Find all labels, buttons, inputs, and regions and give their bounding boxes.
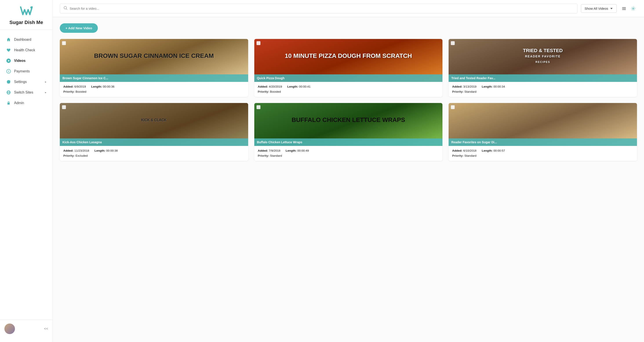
video-grid: BROWN SUGAR CINNAMON ICE CREAM Brown Sug… xyxy=(60,39,637,161)
sidebar-item-admin[interactable]: Admin xyxy=(0,98,52,108)
thumb-text-overlay: BROWN SUGAR CINNAMON ICE CREAM xyxy=(60,39,248,73)
priority: Priority: Standard xyxy=(258,154,439,157)
video-thumbnail: BUFFALO CHICKEN LETTUCE WRAPS Buffalo Ch… xyxy=(254,103,443,146)
priority: Priority: Standard xyxy=(452,90,634,93)
video-thumbnail: Kick & Clack Kick-Ass Chicken Lasagna xyxy=(60,103,248,146)
svg-line-11 xyxy=(66,9,67,10)
video-select-checkbox[interactable] xyxy=(256,41,260,45)
thumb-text-overlay: BUFFALO CHICKEN LETTUCE WRAPS xyxy=(254,103,443,137)
filter-label: Show All Videos xyxy=(585,7,608,10)
video-meta: Added: 4/20/2019 Length: 00:00:41 Priori… xyxy=(254,82,443,97)
video-title-bar: Tried and Tested Reader Fav... xyxy=(448,74,637,82)
sidebar-item-health-check-label: Health Check xyxy=(14,48,35,52)
sidebar-item-dashboard-label: Dashboard xyxy=(14,38,31,42)
video-meta: Added: 11/23/2018 Length: 00:00:38 Prior… xyxy=(60,146,248,161)
sidebar-item-videos-label: Videos xyxy=(14,59,26,63)
thumb-title-text: 10 MINUTE PIZZA DOUGH FROM SCRATCH xyxy=(285,53,412,59)
video-title-bar: Buffalo Chicken Lettuce Wraps xyxy=(254,138,443,146)
switch-sites-arrow: ▸ xyxy=(45,91,46,94)
video-card[interactable]: Kick & Clack Kick-Ass Chicken Lasagna Ad… xyxy=(60,103,248,161)
video-card[interactable]: BUFFALO CHICKEN LETTUCE WRAPS Buffalo Ch… xyxy=(254,103,443,161)
video-select-checkbox[interactable] xyxy=(451,105,455,109)
meta-row-date-length: Added: 6/10/2018 Length: 00:00:57 xyxy=(452,149,634,152)
svg-text:$: $ xyxy=(8,70,9,73)
play-icon xyxy=(6,58,11,63)
svg-rect-13 xyxy=(622,8,626,9)
settings-arrow: ▸ xyxy=(45,80,46,83)
video-card[interactable]: 10 MINUTE PIZZA DOUGH FROM SCRATCH Quick… xyxy=(254,39,443,97)
thumb-title-text: BUFFALO CHICKEN LETTUCE WRAPS xyxy=(292,117,405,123)
svg-point-10 xyxy=(64,6,66,9)
meta-row-date-length: Added: 4/20/2019 Length: 00:00:41 xyxy=(258,85,439,88)
video-title-bar: Brown Sugar Cinnamon Ice C... xyxy=(60,74,248,82)
search-icon xyxy=(64,6,68,11)
thumb-title-text: TRIED & TESTEDREADER FAVORITERECIPES xyxy=(523,48,563,64)
meta-row-date-length: Added: 3/13/2019 Length: 00:00:34 xyxy=(452,85,634,88)
video-card[interactable]: BROWN SUGAR CINNAMON ICE CREAM Brown Sug… xyxy=(60,39,248,97)
sidebar-nav: Dashboard Health Check Videos $ Payments xyxy=(0,30,52,320)
video-title-bar: Kick-Ass Chicken Lasagna xyxy=(60,138,248,146)
video-select-checkbox[interactable] xyxy=(62,105,66,109)
video-thumbnail: 10 MINUTE PIZZA DOUGH FROM SCRATCH Quick… xyxy=(254,39,443,82)
svg-rect-9 xyxy=(8,103,10,105)
svg-point-15 xyxy=(632,8,634,9)
settings-button[interactable] xyxy=(630,5,637,12)
sidebar: Sugar Dish Me Dashboard Health Check Vid… xyxy=(0,0,53,342)
thumb-text-overlay: Kick & Clack xyxy=(60,103,248,137)
thumb-title-text: Kick & Clack xyxy=(141,118,167,122)
main-content: Show All Videos + Add New Video BROWN SU… xyxy=(53,0,644,342)
sidebar-item-dashboard[interactable]: Dashboard xyxy=(0,34,52,45)
video-card[interactable]: TRIED & TESTEDREADER FAVORITERECIPES Tri… xyxy=(448,39,637,97)
video-meta: Added: 3/13/2019 Length: 00:00:34 Priori… xyxy=(448,82,637,97)
added-label: Added: 4/20/2019 xyxy=(258,85,282,88)
sidebar-item-videos[interactable]: Videos xyxy=(0,56,52,66)
priority: Priority: Boosted xyxy=(63,90,245,93)
sidebar-item-admin-label: Admin xyxy=(14,101,24,105)
length-label: Length: 00:00:49 xyxy=(286,149,309,152)
length-label: Length: 00:00:34 xyxy=(482,85,505,88)
avatar xyxy=(4,323,15,334)
lock-icon xyxy=(6,101,11,105)
toolbar: Show All Videos xyxy=(53,0,644,17)
add-new-video-button[interactable]: + Add New Video xyxy=(60,23,98,33)
svg-rect-14 xyxy=(622,10,626,10)
priority: Priority: Boosted xyxy=(258,90,439,93)
globe-icon xyxy=(6,90,11,95)
video-meta: Added: 7/9/2018 Length: 00:00:49 Priorit… xyxy=(254,146,443,161)
thumb-text-overlay: 10 MINUTE PIZZA DOUGH FROM SCRATCH xyxy=(254,39,443,73)
video-select-checkbox[interactable] xyxy=(62,41,66,45)
svg-rect-12 xyxy=(622,7,626,8)
video-thumbnail: Reader Favorites on Sugar Di... xyxy=(448,103,637,146)
sidebar-item-payments-label: Payments xyxy=(14,69,30,73)
thumb-title-text: BROWN SUGAR CINNAMON ICE CREAM xyxy=(94,53,214,59)
sidebar-logo: Sugar Dish Me xyxy=(0,0,52,30)
collapse-button[interactable]: << xyxy=(44,327,48,331)
list-view-button[interactable] xyxy=(620,5,628,12)
length-label: Length: 00:00:38 xyxy=(94,149,118,152)
sidebar-item-settings[interactable]: Settings ▸ xyxy=(0,77,52,87)
heart-icon xyxy=(6,48,11,53)
sidebar-item-payments[interactable]: $ Payments xyxy=(0,66,52,77)
view-icons xyxy=(620,5,637,12)
priority: Priority: Excluded xyxy=(63,154,245,157)
sidebar-item-health-check[interactable]: Health Check xyxy=(0,45,52,56)
video-select-checkbox[interactable] xyxy=(451,41,455,45)
added-label: Added: 7/9/2018 xyxy=(258,149,280,152)
sidebar-footer: << xyxy=(0,320,52,337)
video-title-bar: Quick Pizza Dough xyxy=(254,74,443,82)
sidebar-item-switch-sites-label: Switch Sites xyxy=(14,90,33,94)
show-all-videos-button[interactable]: Show All Videos xyxy=(581,4,617,13)
search-bar[interactable] xyxy=(60,4,578,14)
search-input[interactable] xyxy=(70,7,574,10)
add-video-label: + Add New Video xyxy=(66,26,92,30)
length-label: Length: 00:00:36 xyxy=(91,85,114,88)
sidebar-item-switch-sites[interactable]: Switch Sites ▸ xyxy=(0,87,52,98)
meta-row-date-length: Added: 7/9/2018 Length: 00:00:49 xyxy=(258,149,439,152)
video-card[interactable]: Reader Favorites on Sugar Di... Added: 6… xyxy=(448,103,637,161)
thumb-text-overlay: TRIED & TESTEDREADER FAVORITERECIPES xyxy=(448,39,637,73)
svg-point-0 xyxy=(30,6,32,9)
svg-point-5 xyxy=(8,81,9,83)
thumb-text-overlay xyxy=(448,103,637,137)
video-meta: Added: 6/9/2019 Length: 00:00:36 Priorit… xyxy=(60,82,248,97)
video-select-checkbox[interactable] xyxy=(256,105,260,109)
